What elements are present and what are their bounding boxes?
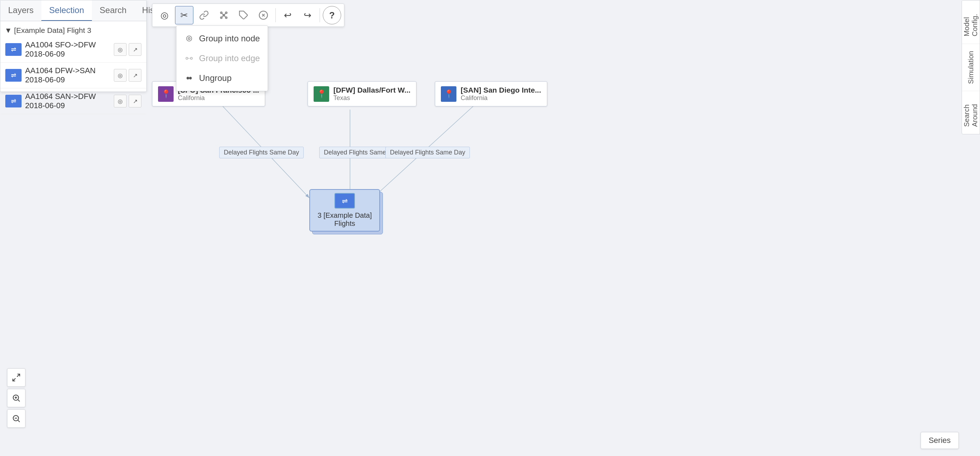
edge-label-1: Delayed Flights Same Day (219, 147, 304, 158)
sidebar-item-2-target-btn[interactable]: ◎ (114, 69, 127, 82)
group-node-icon (184, 35, 194, 43)
svg-line-10 (224, 13, 226, 15)
sidebar-item-2-actions: ◎ ↗ (114, 69, 142, 82)
tab-selection[interactable]: Selection (41, 0, 92, 21)
svg-line-31 (18, 420, 20, 422)
node-dfw-title: [DFW] Dallas/Fort W... (333, 86, 410, 94)
tab-search[interactable]: Search (92, 0, 134, 21)
group-node[interactable]: ⇌ 3 [Example Data] Flights (309, 189, 387, 238)
svg-line-24 (17, 374, 20, 377)
sidebar-item-2-export-btn[interactable]: ↗ (129, 69, 142, 82)
svg-point-23 (189, 77, 192, 79)
node-sfo-subtitle: California (178, 94, 259, 102)
right-sidebar: Model Config. Simulation Search Around (962, 0, 980, 134)
sidebar-item-3-export-btn[interactable]: ↗ (129, 95, 142, 108)
sidebar-content: ▼ [Example Data] Flight 3 ⇌ AA1004 SFO->… (0, 21, 146, 117)
node-san-title: [SAN] San Diego Inte... (461, 86, 541, 94)
svg-point-20 (191, 57, 192, 59)
toolbar-help-btn[interactable]: ? (323, 6, 341, 24)
sidebar-group-label: ▼ [Example Data] Flight 3 (0, 24, 146, 37)
svg-line-27 (18, 400, 20, 402)
sidebar-item-3-icon: ⇌ (5, 95, 22, 108)
sidebar-item-2[interactable]: ⇌ AA1064 DFW->SAN 2018-06-09 ◎ ↗ (0, 63, 146, 88)
sidebar-item-3-actions: ◎ ↗ (114, 95, 142, 108)
zoom-out-btn[interactable] (7, 409, 25, 428)
group-label: 3 [Example Data] Flights (310, 211, 379, 228)
sidebar-item-1[interactable]: ⇌ AA1004 SFO->DFW 2018-06-09 ◎ ↗ (0, 37, 146, 63)
fit-view-btn[interactable] (7, 368, 25, 387)
node-dfw-subtitle: Texas (333, 94, 410, 102)
node-dfw[interactable]: 📍 [DFW] Dallas/Fort W... Texas (307, 81, 417, 106)
tab-layers[interactable]: Layers (0, 0, 41, 21)
group-front: ⇌ 3 [Example Data] Flights (309, 189, 380, 232)
sidebar-item-3[interactable]: ⇌ AA1064 SAN->DFW 2018-06-09 ◎ ↗ (0, 88, 146, 114)
toolbar-target-btn[interactable]: ◎ (155, 6, 173, 24)
toolbar-cut-btn[interactable]: ✂ (175, 6, 193, 24)
svg-line-12 (224, 15, 226, 17)
svg-point-17 (187, 36, 192, 41)
toolbar: ◎ ✂ ↩ ↪ ? (152, 3, 344, 27)
svg-point-19 (186, 57, 188, 59)
sidebar-item-1-actions: ◎ ↗ (114, 43, 142, 56)
sidebar-item-3-label: AA1064 SAN->DFW 2018-06-09 (25, 92, 110, 110)
sidebar-item-2-label: AA1064 DFW->SAN 2018-06-09 (25, 66, 110, 84)
ungroup-icon (184, 74, 194, 82)
menu-item-group-edge[interactable]: Group into edge (177, 48, 267, 68)
group-icon: ⇌ (334, 193, 355, 208)
toolbar-undo-btn[interactable]: ↩ (278, 6, 297, 24)
menu-item-group-node[interactable]: Group into node (177, 29, 267, 48)
node-san-icon: 📍 (441, 86, 457, 102)
sidebar-item-3-target-btn[interactable]: ◎ (114, 95, 127, 108)
svg-line-11 (221, 15, 224, 17)
bottom-controls (7, 368, 25, 428)
sidebar-tabs: Layers Selection Search Histogram Info ❮ (0, 0, 146, 21)
toolbar-separator-1 (275, 8, 276, 22)
sidebar-item-1-target-btn[interactable]: ◎ (114, 43, 127, 56)
svg-point-22 (187, 77, 189, 79)
toolbar-close-btn[interactable] (254, 6, 272, 24)
svg-point-18 (188, 38, 190, 40)
sidebar-item-1-icon: ⇌ (5, 43, 22, 56)
node-dfw-icon: 📍 (313, 86, 329, 102)
series-button[interactable]: Series (921, 432, 959, 449)
right-tab-search-around[interactable]: Search Around (962, 91, 980, 134)
node-san[interactable]: 📍 [SAN] San Diego Inte... California (435, 81, 547, 106)
right-tab-simulation[interactable]: Simulation (962, 43, 980, 91)
dropdown-menu: Group into node Group into edge Ungroup (176, 25, 268, 91)
edge-label-3: Delayed Flights Same Day (385, 147, 470, 158)
sidebar-item-1-export-btn[interactable]: ↗ (129, 43, 142, 56)
toolbar-hub-btn[interactable] (215, 6, 233, 24)
group-edge-icon (184, 54, 194, 62)
svg-line-9 (221, 13, 224, 15)
svg-line-25 (13, 378, 16, 381)
chevron-down-icon: ▼ (5, 26, 12, 35)
sidebar-item-1-label: AA1004 SFO->DFW 2018-06-09 (25, 40, 110, 59)
toolbar-link-btn[interactable] (195, 6, 213, 24)
zoom-in-btn[interactable] (7, 389, 25, 407)
sidebar: Layers Selection Search Histogram Info ❮… (0, 0, 147, 92)
toolbar-separator-2 (320, 8, 320, 22)
node-san-subtitle: California (461, 94, 541, 102)
sidebar-item-2-icon: ⇌ (5, 69, 22, 82)
toolbar-redo-btn[interactable]: ↪ (298, 6, 317, 24)
node-sfo-icon: 📍 (158, 86, 173, 102)
menu-item-ungroup[interactable]: Ungroup (177, 68, 267, 88)
right-tab-model-config[interactable]: Model Config. (962, 0, 980, 43)
toolbar-tag-btn[interactable] (234, 6, 253, 24)
